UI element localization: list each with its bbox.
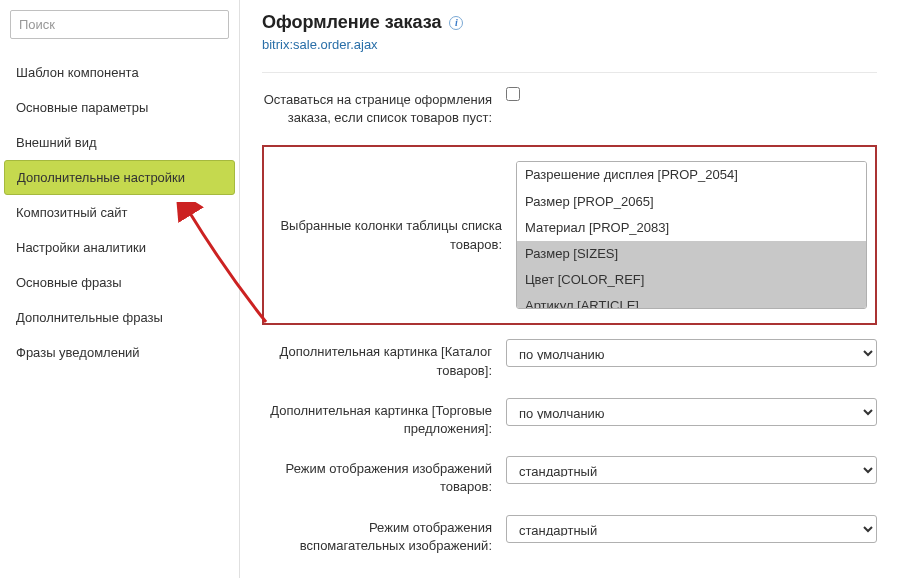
component-code: bitrix:sale.order.ajax — [262, 37, 877, 52]
page-title: Оформление заказа — [262, 12, 441, 33]
info-icon[interactable]: i — [449, 16, 463, 30]
columns-label: Выбранные колонки таблицы списка товаров… — [272, 161, 516, 253]
extra-image-catalog-label: Дополнительная картинка [Каталог товаров… — [262, 339, 506, 379]
columns-option[interactable]: Материал [PROP_2083] — [517, 215, 866, 241]
columns-option[interactable]: Артикул [ARTICLE] — [517, 293, 866, 309]
sidebar-item-template[interactable]: Шаблон компонента — [0, 55, 239, 90]
columns-row-highlighted: Выбранные колонки таблицы списка товаров… — [262, 145, 877, 325]
sidebar-item-additional-settings[interactable]: Дополнительные настройки — [4, 160, 235, 195]
search-input[interactable] — [10, 10, 229, 39]
img-mode-select[interactable]: стандартный — [506, 456, 877, 484]
extra-image-catalog-select[interactable]: по умолчанию — [506, 339, 877, 367]
stay-on-page-checkbox[interactable] — [506, 87, 520, 101]
aux-img-mode-select[interactable]: стандартный — [506, 515, 877, 543]
sidebar-item-phrases-notify[interactable]: Фразы уведомлений — [0, 335, 239, 370]
stay-on-page-label: Оставаться на странице оформления заказа… — [262, 87, 506, 127]
columns-option[interactable]: Размер [SIZES] — [517, 241, 866, 267]
extra-image-offers-label: Дополнительная картинка [Торговые предло… — [262, 398, 506, 438]
sidebar-item-phrases-additional[interactable]: Дополнительные фразы — [0, 300, 239, 335]
sidebar-item-analytics[interactable]: Настройки аналитики — [0, 230, 239, 265]
extra-image-offers-select[interactable]: по умолчанию — [506, 398, 877, 426]
sidebar: Шаблон компонента Основные параметры Вне… — [0, 0, 240, 578]
sidebar-nav: Шаблон компонента Основные параметры Вне… — [0, 51, 239, 374]
sidebar-item-composite[interactable]: Композитный сайт — [0, 195, 239, 230]
sidebar-item-main-params[interactable]: Основные параметры — [0, 90, 239, 125]
img-mode-label: Режим отображения изображений товаров: — [262, 456, 506, 496]
columns-option[interactable]: Цвет [COLOR_REF] — [517, 267, 866, 293]
columns-option[interactable]: Разрешение дисплея [PROP_2054] — [517, 162, 866, 188]
main-panel: Оформление заказа i bitrix:sale.order.aj… — [240, 0, 899, 578]
columns-option[interactable]: Размер [PROP_2065] — [517, 189, 866, 215]
columns-multiselect[interactable]: Разрешение дисплея [PROP_2054] Размер [P… — [516, 161, 867, 309]
sidebar-item-phrases-main[interactable]: Основные фразы — [0, 265, 239, 300]
sidebar-item-appearance[interactable]: Внешний вид — [0, 125, 239, 160]
divider — [262, 72, 877, 73]
aux-img-mode-label: Режим отображения вспомагательных изобра… — [262, 515, 506, 555]
